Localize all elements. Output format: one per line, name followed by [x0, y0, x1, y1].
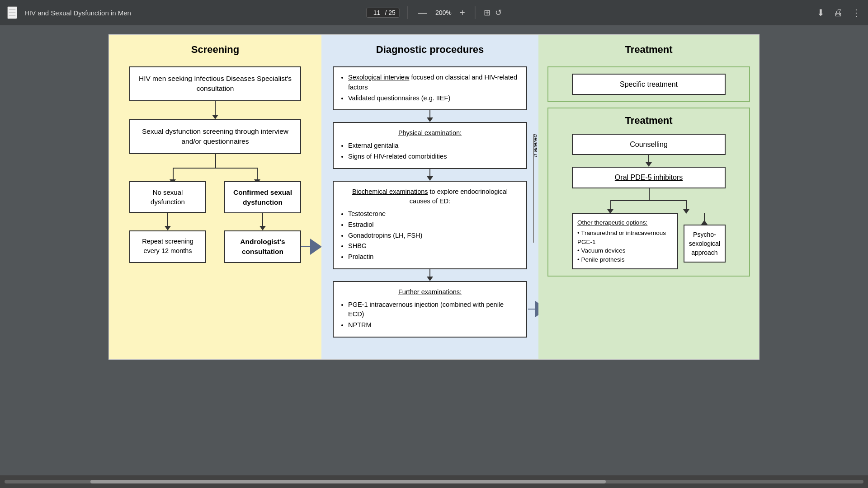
further-exam-box: Further examinations: PGE-1 intracaverno…	[333, 281, 527, 338]
toolbar-center-controls: / 25 — 200% + ⊞ ↺	[366, 6, 501, 19]
diag-arrow3-head	[427, 277, 433, 281]
diag-arrow2-head	[427, 176, 433, 181]
diag-arrow3-line	[429, 269, 430, 277]
biochemical-item-4: SHBG	[348, 241, 519, 251]
specific-treatment-box: Specific treatment	[572, 74, 726, 95]
branch-arrows	[129, 213, 301, 230]
psycho-branch: Psycho-sexological approach	[684, 213, 726, 270]
repeat-screening-box: Repeat screening every 12 months	[129, 230, 206, 263]
screening-title: Screening	[191, 44, 239, 56]
treatment-column: Treatment Specific treatment Treatment C…	[538, 35, 759, 359]
if-altered-bracket	[533, 134, 534, 243]
page-separator: /	[385, 9, 387, 16]
specific-treatment-section: Specific treatment	[547, 66, 750, 102]
biochemical-item-1: Testosterone	[348, 209, 519, 219]
more-options-button[interactable]: ⋮	[852, 7, 861, 18]
oral-pde5-box: Oral PDE-5 inhibitors	[572, 167, 726, 188]
download-button[interactable]: ⬇	[817, 7, 825, 18]
diagnostic-column: Diagnostic procedures Sexological interv…	[321, 35, 538, 359]
zoom-out-button[interactable]: —	[416, 8, 429, 18]
print-button[interactable]: 🖨	[834, 8, 843, 18]
other-item-1: • Transurethral or intracavernous PGE-1	[577, 229, 673, 246]
split-connector	[129, 154, 301, 181]
biochemical-item-5: Prolactin	[348, 252, 519, 262]
counselling-box: Counselling	[572, 134, 726, 155]
other-item-3: • Penile prothesis	[577, 255, 673, 264]
page-current-input[interactable]	[370, 9, 383, 16]
toolbar-right-controls: ⬇ 🖨 ⋮	[817, 7, 861, 18]
treat-arrow1	[648, 155, 649, 162]
zoom-value-label: 200%	[434, 9, 453, 16]
other-title: Other therapeutic options:	[577, 218, 673, 227]
screening-column: Screening HIV men seeking Infectious Dis…	[109, 35, 321, 359]
screening-flow: HIV men seeking Infectious Diseases Spec…	[120, 66, 311, 263]
diagnostic-title: Diagnostic procedures	[376, 44, 484, 56]
treatment-section-title: Treatment	[625, 115, 672, 127]
diagram-container: Screening HIV men seeking Infectious Dis…	[108, 34, 760, 360]
page-indicator: / 25	[366, 8, 399, 18]
hiv-box: HIV men seeking Infectious Diseases Spec…	[129, 66, 301, 101]
validated-questionnaires: Validated questionnaires (e.g. IIEF)	[348, 94, 450, 102]
psycho-box: Psycho-sexological approach	[684, 225, 726, 263]
diag-arrow1-line	[429, 110, 430, 117]
treatment-main-title: Treatment	[625, 44, 672, 56]
bottom-boxes-row: Repeat screening every 12 months Androlo…	[129, 230, 301, 263]
zoom-in-button[interactable]: +	[458, 8, 467, 18]
fit-page-button[interactable]: ⊞	[484, 8, 491, 18]
scroll-thumb[interactable]	[90, 480, 606, 483]
treatment-split-connector	[572, 188, 726, 211]
physical-item-2: Signs of HIV-related comorbidities	[348, 152, 519, 162]
sexological-box: Sexological interview focused on classic…	[333, 66, 527, 110]
further-item-2: NPTRM	[348, 320, 519, 330]
no-dysfunction-box: No sexual dysfunction	[129, 181, 206, 213]
diag-arrow1-head	[427, 117, 433, 122]
sexological-interview-label: Sexological interview	[348, 74, 409, 81]
arrow-hiv-to-sexual	[212, 101, 218, 119]
andrologist-arrow	[301, 239, 322, 255]
biochemical-item-3: Gonadotropins (LH, FSH)	[348, 231, 519, 241]
scrollbar-area	[0, 475, 868, 488]
page-total: 25	[388, 9, 396, 16]
other-therapeutic-box: Other therapeutic options: • Transurethr…	[572, 213, 678, 270]
toolbar-divider	[408, 6, 408, 19]
andrologist-wrapper: Andrologist's consultation	[224, 230, 301, 263]
other-item-2: • Vacuum devices	[577, 246, 673, 255]
physical-exam-box: Physical examination: External genitalia…	[333, 122, 527, 169]
biochemical-title: Biochemical examinations to explore endo…	[341, 187, 519, 207]
menu-button[interactable]: ☰	[7, 6, 17, 19]
physical-item-1: External genitalia	[348, 141, 519, 151]
physical-title: Physical examination:	[341, 128, 519, 138]
confirmed-dysfunction-box: Confirmed sexual dysfunction	[224, 181, 301, 213]
treatment-bottom-split: Other therapeutic options: • Transurethr…	[572, 213, 726, 270]
treat-arrow1-head	[646, 162, 652, 167]
biochemical-box: Biochemical examinations to explore endo…	[333, 181, 527, 269]
further-title: Further examinations:	[341, 287, 519, 297]
biochemical-item-2: Estradiol	[348, 220, 519, 230]
sexual-screening-box: Sexual dysfunction screening through int…	[129, 119, 301, 154]
main-content-area: Screening HIV men seeking Infectious Dis…	[0, 25, 868, 475]
toolbar-divider2	[475, 6, 476, 19]
toolbar: ☰ HIV and Sexual Dysfunction in Men / 25…	[0, 0, 868, 25]
andrologist-box: Andrologist's consultation	[224, 230, 301, 263]
scroll-track[interactable]	[5, 480, 863, 483]
main-treatment-section: Treatment Counselling Oral PDE-5 inhibit…	[547, 108, 750, 277]
dysfunction-split-row: No sexual dysfunction Confirmed sexual d…	[129, 181, 301, 213]
rotate-button[interactable]: ↺	[495, 8, 502, 18]
further-item-1: PGE-1 intracavernous injection (combined…	[348, 300, 519, 320]
diag-arrow2-line	[429, 169, 430, 176]
